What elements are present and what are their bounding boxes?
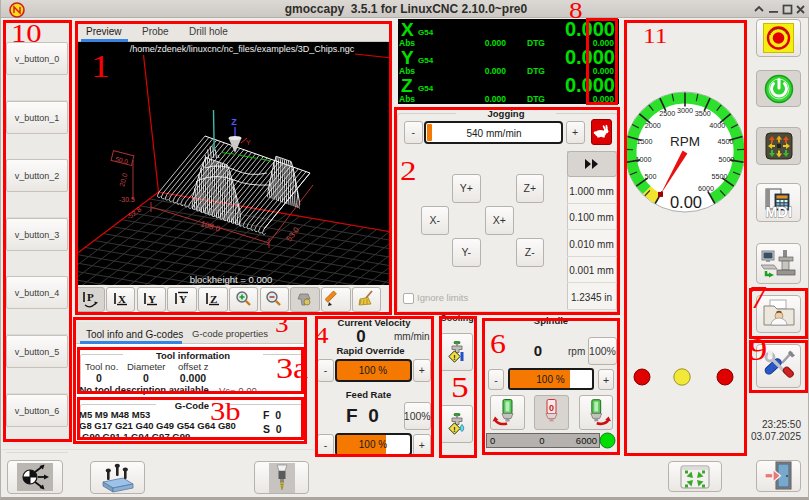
svg-text:MDI: MDI xyxy=(765,203,792,218)
